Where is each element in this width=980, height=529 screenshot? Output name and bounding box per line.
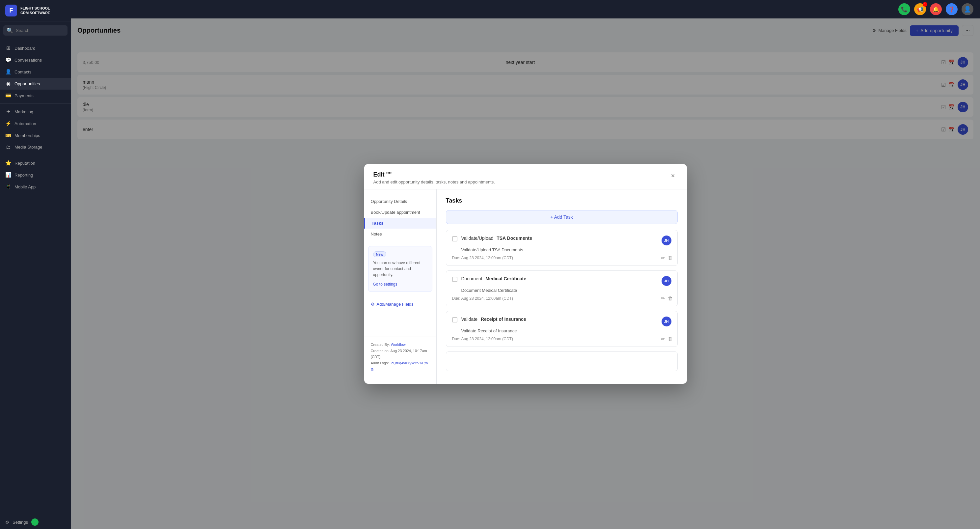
task-edit-button[interactable]: ✏ [661, 336, 665, 342]
task-edit-button[interactable]: ✏ [661, 255, 665, 261]
task-delete-button[interactable]: 🗑 [668, 295, 673, 301]
sidebar-item-memberships[interactable]: 🎫 Memberships [0, 129, 71, 141]
sidebar-item-automation[interactable]: ⚡ Automation [0, 118, 71, 129]
info-box-text: You can now have different owner for con… [373, 260, 428, 278]
task-subtitle: Validate/Upload TSA Documents [461, 247, 671, 252]
user-avatar[interactable]: 👤 [962, 3, 974, 15]
sidebar-item-label: Memberships [14, 133, 40, 138]
avatar: JH [662, 276, 671, 286]
megaphone-icon[interactable]: 📢 1 [914, 3, 926, 15]
created-on-label: Created on: [371, 349, 390, 353]
dashboard-icon: ⊞ [5, 45, 11, 51]
mobile-app-icon: 📱 [5, 184, 11, 190]
opportunities-icon: ◉ [5, 81, 11, 87]
task-checkbox[interactable] [452, 236, 457, 241]
copy-icon[interactable]: ⧉ [371, 367, 374, 371]
edit-opportunity-modal: Edit "" Add and edit opportunity details… [364, 164, 687, 384]
sidebar-item-reputation[interactable]: ⭐ Reputation [0, 157, 71, 169]
gear-icon: ⚙ [371, 302, 375, 307]
modal-nav-tasks[interactable]: Tasks [364, 218, 436, 229]
avatar: JH [662, 317, 671, 327]
sidebar-item-payments[interactable]: 💳 Payments [0, 89, 71, 102]
task-title-row: Validate Receipt of Insurance [461, 317, 658, 322]
sidebar-item-label: Dashboard [14, 46, 35, 51]
tasks-section-title: Tasks [446, 197, 678, 204]
sidebar: F FLIGHT SCHOOL CRM SOFTWARE 🔍 ⌘K ● ⊞ Da… [0, 0, 71, 529]
sidebar-item-label: Marketing [14, 109, 33, 114]
task-card: Validate/Upload TSA Documents JH Validat… [446, 230, 678, 266]
sidebar-item-dashboard[interactable]: ⊞ Dashboard [0, 42, 71, 54]
sidebar-item-contacts[interactable]: 👤 Contacts [0, 66, 71, 78]
sidebar-item-media-storage[interactable]: 🗂 Media Storage [0, 141, 71, 153]
sidebar-item-reporting[interactable]: 📊 Reporting [0, 169, 71, 181]
info-box: New You can now have different owner for… [368, 246, 433, 292]
new-badge: New [373, 251, 387, 257]
reporting-icon: 📊 [5, 172, 11, 178]
main-area: 📞 📢 1 🔔 ❓ 👤 Opportunities ⚙ Manage Field… [71, 0, 980, 529]
sidebar-item-marketing[interactable]: ✈ Marketing [0, 106, 71, 118]
search-container[interactable]: 🔍 ⌘K ● [3, 25, 67, 35]
sidebar-item-mobile-app[interactable]: 📱 Mobile App [0, 181, 71, 193]
sidebar-item-label: Reputation [14, 161, 35, 166]
created-by-label: Created By: [371, 343, 390, 347]
search-input[interactable] [16, 28, 71, 33]
sidebar-item-label: Mobile App [14, 185, 35, 190]
logo-icon: F [5, 5, 17, 16]
sidebar-item-label: Automation [14, 121, 36, 126]
audit-logs-link[interactable]: JcQfuq4vuYyWitr7KPjw [390, 361, 428, 365]
add-manage-fields-link[interactable]: ⚙ Add/Manage Fields [364, 298, 436, 310]
search-icon: 🔍 [6, 27, 13, 33]
sidebar-item-label: Opportunities [14, 81, 40, 86]
bell-icon[interactable]: 🔔 [930, 3, 942, 15]
modal-subtitle: Add and edit opportunity details, tasks,… [374, 180, 495, 185]
sidebar-item-label: Reporting [14, 173, 33, 178]
settings-label: Settings [13, 520, 28, 525]
modal-tasks-content: Tasks + Add Task Validate/Upload TSA Doc… [437, 190, 687, 384]
help-icon[interactable]: ❓ [946, 3, 958, 15]
modal-overlay[interactable]: Edit "" Add and edit opportunity details… [71, 18, 980, 529]
status-dot [31, 518, 38, 526]
task-header: Validate/Upload TSA Documents JH [452, 236, 671, 245]
modal-nav-notes[interactable]: Notes [364, 229, 436, 239]
audit-logs-label: Audit Logs: [371, 361, 389, 365]
task-delete-button[interactable]: 🗑 [668, 336, 673, 342]
created-by-value[interactable]: Workflow [391, 343, 406, 347]
task-actions: ✏ 🗑 [661, 295, 673, 301]
task-due-date: Due: Aug 28 2024, 12:00am (CDT) [452, 337, 671, 341]
task-bold-part: Receipt of Insurance [479, 317, 526, 322]
sidebar-item-opportunities[interactable]: ◉ Opportunities [0, 78, 71, 89]
sidebar-nav: ⊞ Dashboard 💬 Conversations 👤 Contacts ◉… [0, 40, 71, 515]
task-edit-button[interactable]: ✏ [661, 295, 665, 301]
task-actions: ✏ 🗑 [661, 336, 673, 342]
add-task-button[interactable]: + Add Task [446, 210, 678, 224]
modal-header: Edit "" Add and edit opportunity details… [364, 164, 687, 190]
payments-icon: 💳 [5, 92, 11, 99]
automation-icon: ⚡ [5, 121, 11, 126]
contacts-icon: 👤 [5, 69, 11, 75]
task-card: Document Medical Certificate JH Document… [446, 271, 678, 306]
sidebar-item-label: Contacts [14, 70, 31, 75]
task-checkbox[interactable] [452, 277, 457, 282]
task-checkbox[interactable] [452, 317, 457, 322]
phone-icon[interactable]: 📞 [898, 3, 910, 15]
conversations-icon: 💬 [5, 57, 11, 63]
modal-title: Edit "" [374, 171, 495, 178]
app-name: FLIGHT SCHOOL CRM SOFTWARE [21, 6, 50, 16]
sidebar-item-conversations[interactable]: 💬 Conversations [0, 54, 71, 66]
modal-close-button[interactable]: × [668, 171, 678, 180]
task-name: Validate/Upload [461, 236, 494, 241]
memberships-icon: 🎫 [5, 132, 11, 139]
task-name: Validate [461, 317, 478, 322]
task-bold-part: Medical Certificate [484, 276, 526, 281]
sidebar-item-label: Media Storage [14, 145, 43, 150]
avatar: JH [662, 236, 671, 245]
go-to-settings-link[interactable]: Go to settings [373, 282, 398, 287]
task-delete-button[interactable]: 🗑 [668, 255, 673, 261]
topbar: 📞 📢 1 🔔 ❓ 👤 [71, 0, 980, 18]
task-bold-part: TSA Documents [495, 236, 532, 241]
modal-nav-opportunity-details[interactable]: Opportunity Details [364, 196, 436, 207]
modal-sidebar: Opportunity Details Book/Update appointm… [364, 190, 437, 384]
task-actions: ✏ 🗑 [661, 255, 673, 261]
sidebar-item-settings[interactable]: ⚙ Settings [0, 515, 71, 529]
modal-nav-book-update[interactable]: Book/Update appointment [364, 207, 436, 218]
